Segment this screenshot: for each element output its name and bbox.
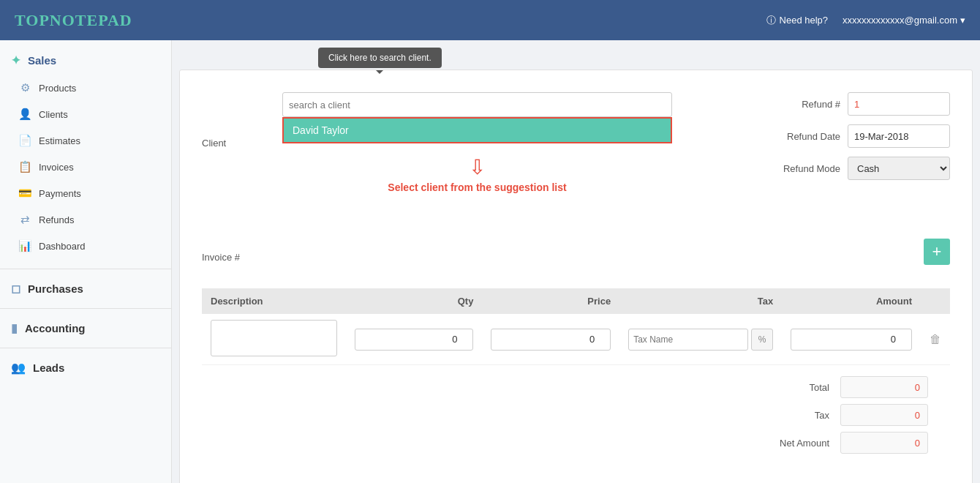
refund-mode-label: Refund Mode (767, 163, 840, 174)
table-row: % 🗑 (202, 314, 950, 365)
sidebar-item-label: Payments (39, 188, 81, 199)
cell-amount (782, 314, 921, 365)
tax-cell: % (628, 329, 773, 351)
refund-mode-select[interactable]: Cash Cheque Bank Transfer Other (848, 157, 950, 180)
logo-prefix: Top (15, 11, 50, 29)
price-input[interactable] (491, 329, 611, 351)
col-qty: Qty (346, 288, 482, 314)
tax-total-value: 0 (840, 404, 928, 426)
sales-group-header[interactable]: ✦ Sales (0, 46, 171, 75)
form-top: Client David Taylor ⇩ Select client from… (202, 92, 950, 274)
net-amount-row: Net Amount 0 (709, 432, 928, 454)
cell-tax: % (619, 314, 782, 365)
hint-text: Select client from the suggestion list (388, 181, 566, 193)
client-suggestion-item[interactable]: David Taylor (282, 117, 672, 143)
sidebar-item-dashboard[interactable]: 📊 Dashboard (0, 233, 171, 259)
sidebar-item-label: Products (39, 83, 76, 94)
sidebar-item-label: Invoices (39, 162, 74, 173)
accounting-section-header[interactable]: ▮ Accounting (0, 312, 171, 344)
refund-form: Client David Taylor ⇩ Select client from… (179, 70, 973, 483)
client-label: Client (202, 138, 275, 149)
invoice-group: Invoice # (202, 252, 672, 263)
logo: TopNotepad (15, 11, 132, 30)
sidebar-item-payments[interactable]: 💳 Payments (0, 180, 171, 206)
refund-date-label: Refund Date (767, 131, 840, 142)
tax-percent-label: % (751, 329, 773, 351)
leads-label: Leads (33, 362, 64, 374)
refund-date-group: Refund Date (701, 124, 950, 148)
delete-row-icon[interactable]: 🗑 (930, 333, 941, 345)
help-label: Need help? (780, 15, 829, 26)
clients-icon: 👤 (18, 108, 31, 121)
line-items-table-section: Description Qty Price Tax Amount (202, 288, 950, 365)
purchases-label: Purchases (28, 282, 83, 295)
refund-number-input[interactable] (848, 92, 950, 116)
leads-section-header[interactable]: 👥 Leads (0, 352, 171, 383)
sidebar-item-clients[interactable]: 👤 Clients (0, 101, 171, 127)
tax-total-row: Tax 0 (709, 404, 928, 426)
sidebar-item-refunds[interactable]: ⇄ Refunds (0, 206, 171, 233)
purchases-section-header[interactable]: ◻ Purchases (0, 273, 171, 304)
tax-total-label: Tax (771, 410, 829, 421)
user-email-dropdown[interactable]: xxxxxxxxxxxxx@gmail.com ▾ (843, 15, 965, 26)
col-description: Description (202, 288, 346, 314)
arrow-down-icon: ⇩ (469, 157, 486, 178)
sidebar-item-estimates[interactable]: 📄 Estimates (0, 127, 171, 154)
refund-mode-group: Refund Mode Cash Cheque Bank Transfer Ot… (701, 157, 950, 180)
totals-grid: Total 0 Tax 0 Net Amount 0 (709, 376, 928, 460)
help-link[interactable]: ⓘ Need help? (766, 14, 829, 27)
client-search-input[interactable] (282, 92, 672, 117)
total-value: 0 (840, 376, 928, 398)
col-amount: Amount (782, 288, 921, 314)
invoices-icon: 📋 (18, 160, 31, 173)
products-icon: ⚙ (18, 81, 31, 94)
sidebar-item-label: Refunds (39, 214, 74, 225)
sales-icon: ✦ (11, 53, 20, 67)
total-label: Total (771, 382, 829, 393)
main-content: Click here to search client. Client Davi… (172, 40, 980, 483)
col-tax: Tax (619, 288, 782, 314)
leads-icon: 👥 (11, 361, 26, 375)
sidebar-item-label: Clients (39, 109, 68, 120)
header-right: ⓘ Need help? xxxxxxxxxxxxx@gmail.com ▾ (766, 14, 965, 27)
main-layout: ✦ Sales ⚙ Products 👤 Clients 📄 Estimates… (0, 40, 980, 483)
totals-section: Total 0 Tax 0 Net Amount 0 (224, 376, 928, 460)
sales-section: ✦ Sales ⚙ Products 👤 Clients 📄 Estimates… (0, 40, 171, 265)
accounting-label: Accounting (25, 322, 86, 334)
help-icon: ⓘ (766, 14, 776, 27)
tax-name-input[interactable] (628, 329, 748, 351)
tooltip: Click here to search client. (318, 48, 442, 68)
invoice-label: Invoice # (202, 252, 275, 263)
sidebar-item-invoices[interactable]: 📋 Invoices (0, 154, 171, 180)
col-actions (921, 288, 950, 314)
client-group: Client David Taylor ⇩ Select client from… (202, 92, 672, 193)
refund-date-input[interactable] (848, 124, 950, 148)
payments-icon: 💳 (18, 187, 31, 200)
cell-description (202, 314, 346, 365)
chevron-down-icon: ▾ (960, 15, 965, 26)
client-hint: ⇩ Select client from the suggestion list (282, 157, 672, 193)
sidebar-item-label: Estimates (39, 135, 80, 146)
line-items-table: Description Qty Price Tax Amount (202, 288, 950, 365)
cell-price (482, 314, 619, 365)
description-input[interactable] (211, 320, 337, 356)
net-amount-value: 0 (840, 432, 928, 454)
amount-input[interactable] (791, 329, 912, 351)
refund-number-label: Refund # (767, 99, 840, 110)
qty-input[interactable] (355, 329, 473, 351)
add-row-button[interactable]: + (924, 239, 950, 265)
purchases-icon: ◻ (11, 282, 20, 296)
sidebar-item-label: Dashboard (39, 241, 86, 252)
sidebar: ✦ Sales ⚙ Products 👤 Clients 📄 Estimates… (0, 40, 172, 483)
refund-number-group: Refund # (701, 92, 950, 116)
suggestion-name: David Taylor (293, 124, 349, 136)
dashboard-icon: 📊 (18, 239, 31, 252)
sidebar-item-products[interactable]: ⚙ Products (0, 75, 171, 101)
refunds-icon: ⇄ (18, 213, 31, 226)
net-amount-label: Net Amount (771, 438, 829, 449)
cell-qty (346, 314, 482, 365)
estimates-icon: 📄 (18, 134, 31, 147)
col-price: Price (482, 288, 619, 314)
sales-label: Sales (28, 54, 56, 67)
form-right: Refund # Refund Date Refund Mode Cash Ch… (701, 92, 950, 274)
